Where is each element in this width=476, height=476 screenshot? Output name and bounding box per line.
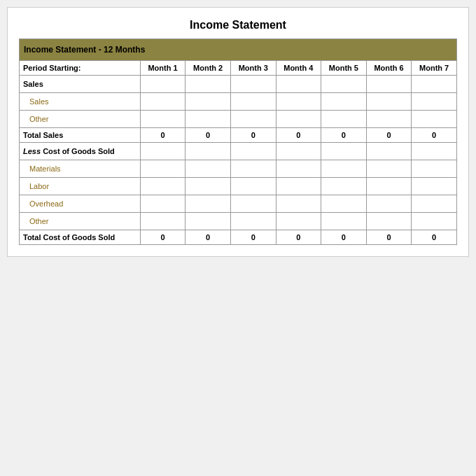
table-header-row: Income Statement - 12 Months (20, 39, 457, 61)
sales-item-label: Sales (20, 93, 141, 111)
total-cogs-row: Total Cost of Goods Sold 0 0 0 0 0 0 0 (20, 230, 457, 245)
overhead-m6 (366, 195, 412, 213)
page: Income Statement Income Statement - 12 M… (7, 7, 469, 257)
total-sales-m7: 0 (412, 128, 457, 143)
col-header-period: Period Starting: (20, 61, 141, 76)
overhead-m7 (412, 195, 457, 213)
sales-other-m5 (321, 111, 367, 128)
total-sales-m5: 0 (321, 128, 367, 143)
materials-m2 (186, 160, 231, 178)
overhead-label: Overhead (20, 195, 141, 213)
total-cogs-m7: 0 (412, 230, 457, 245)
total-cogs-m5: 0 (321, 230, 367, 245)
cogs-section-col5 (321, 143, 367, 160)
labor-m4 (276, 178, 321, 195)
total-cogs-label: Total Cost of Goods Sold (20, 230, 141, 245)
total-sales-label: Total Sales (20, 128, 141, 143)
sales-other-m2 (186, 111, 231, 128)
cogs-section-col2 (186, 143, 231, 160)
col-header-month3: Month 3 (230, 61, 276, 76)
total-sales-m4: 0 (276, 128, 321, 143)
sales-item-m4 (276, 93, 321, 111)
cogs-other-m6 (366, 213, 412, 230)
materials-m5 (321, 160, 367, 178)
cogs-other-m4 (276, 213, 321, 230)
sales-col5 (321, 76, 367, 93)
labor-m3 (230, 178, 276, 195)
cogs-other-m3 (230, 213, 276, 230)
materials-m4 (276, 160, 321, 178)
col-header-month5: Month 5 (321, 61, 367, 76)
sales-col3 (230, 76, 276, 93)
col-header-month6: Month 6 (366, 61, 412, 76)
less-italic-text: Less (23, 147, 41, 155)
sales-other-m7 (412, 111, 457, 128)
sales-item-m6 (366, 93, 412, 111)
cogs-other-m7 (412, 213, 457, 230)
materials-label: Materials (20, 160, 141, 178)
labor-label: Labor (20, 178, 141, 195)
overhead-m3 (230, 195, 276, 213)
col-header-row: Period Starting: Month 1 Month 2 Month 3… (20, 61, 457, 76)
cogs-other-label: Other (20, 213, 141, 230)
total-cogs-m3: 0 (230, 230, 276, 245)
sales-item-m1 (140, 93, 186, 111)
overhead-m1 (140, 195, 186, 213)
sales-other-label: Other (20, 111, 141, 128)
total-cogs-m1: 0 (140, 230, 186, 245)
labor-m7 (412, 178, 457, 195)
cogs-section-col6 (366, 143, 412, 160)
total-cogs-m2: 0 (186, 230, 231, 245)
overhead-m2 (186, 195, 231, 213)
overhead-row: Overhead (20, 195, 457, 213)
cogs-section-col4 (276, 143, 321, 160)
col-header-month7: Month 7 (412, 61, 457, 76)
cogs-section-col7 (412, 143, 457, 160)
sales-col1 (140, 76, 186, 93)
col-header-month1: Month 1 (140, 61, 186, 76)
col-header-month2: Month 2 (186, 61, 231, 76)
sales-other-m1 (140, 111, 186, 128)
total-cogs-m4: 0 (276, 230, 321, 245)
total-sales-row: Total Sales 0 0 0 0 0 0 0 (20, 128, 457, 143)
total-cogs-m6: 0 (366, 230, 412, 245)
sales-item-m2 (186, 93, 231, 111)
cogs-section-col3 (230, 143, 276, 160)
materials-m1 (140, 160, 186, 178)
page-title: Income Statement (19, 19, 457, 31)
overhead-m5 (321, 195, 367, 213)
sales-item-m7 (412, 93, 457, 111)
labor-m2 (186, 178, 231, 195)
sales-other-m6 (366, 111, 412, 128)
labor-row: Labor (20, 178, 457, 195)
sales-item-m5 (321, 93, 367, 111)
labor-m1 (140, 178, 186, 195)
cogs-section-label-row: Less Cost of Goods Sold (20, 143, 457, 160)
sales-other-row: Other (20, 111, 457, 128)
labor-m5 (321, 178, 367, 195)
sales-item-m3 (230, 93, 276, 111)
total-sales-m6: 0 (366, 128, 412, 143)
materials-m7 (412, 160, 457, 178)
sales-section-label-row: Sales (20, 76, 457, 93)
sales-item-row: Sales (20, 93, 457, 111)
sales-col6 (366, 76, 412, 93)
materials-m6 (366, 160, 412, 178)
income-statement-table: Income Statement - 12 Months Period Star… (19, 38, 457, 245)
sales-col2 (186, 76, 231, 93)
sales-other-m4 (276, 111, 321, 128)
col-header-month4: Month 4 (276, 61, 321, 76)
total-sales-m1: 0 (140, 128, 186, 143)
cogs-section-label: Less Cost of Goods Sold (20, 143, 141, 160)
cogs-label-rest: Cost of Goods Sold (41, 147, 115, 155)
materials-m3 (230, 160, 276, 178)
cogs-other-m1 (140, 213, 186, 230)
cogs-other-m5 (321, 213, 367, 230)
sales-section-label: Sales (20, 76, 141, 93)
sales-col7 (412, 76, 457, 93)
materials-row: Materials (20, 160, 457, 178)
labor-m6 (366, 178, 412, 195)
table-header-label: Income Statement - 12 Months (20, 39, 457, 61)
sales-other-m3 (230, 111, 276, 128)
total-sales-m2: 0 (186, 128, 231, 143)
